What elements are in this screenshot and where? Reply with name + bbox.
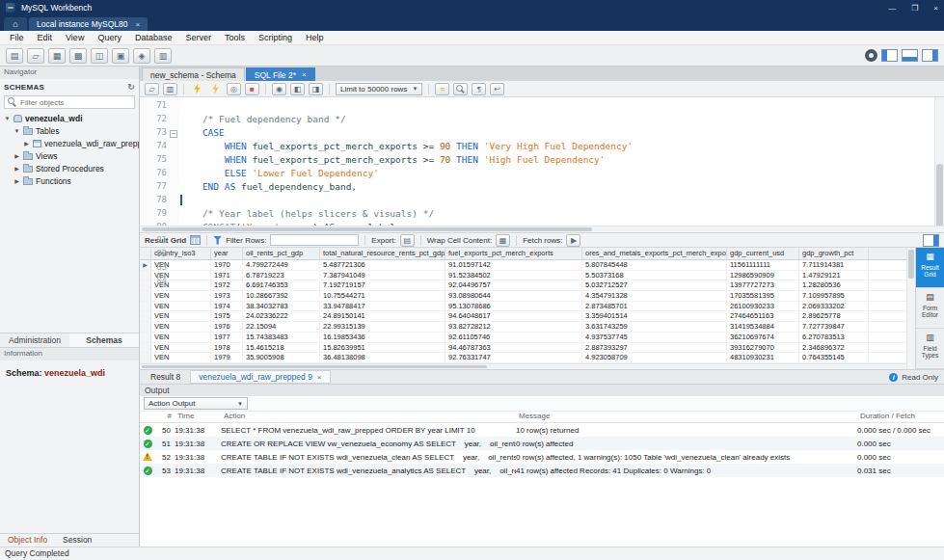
table-row[interactable]: VEN197715.7438348316.1985343692.61105746… bbox=[140, 333, 906, 343]
save-icon[interactable]: ▥ bbox=[163, 83, 177, 95]
output-mode-dropdown[interactable]: Action Output ▼ bbox=[144, 397, 248, 410]
close-button[interactable]: × bbox=[933, 4, 938, 13]
wrap-cell-content-icon[interactable]: ▦ bbox=[496, 234, 510, 247]
rollback-icon[interactable]: ◨ bbox=[309, 83, 323, 95]
connection-tab[interactable]: Local instance MySQL80 × bbox=[29, 17, 148, 31]
wrap-text-icon[interactable]: ↩ bbox=[490, 83, 504, 95]
code-line[interactable]: WHEN fuel_exports_pct_merch_exports >= 9… bbox=[180, 141, 934, 154]
grid-cell[interactable]: 16.19853436 bbox=[320, 333, 445, 342]
table-row[interactable]: ▶VEN19704.7992724495.48772130691.0159714… bbox=[140, 260, 906, 271]
grid-cell[interactable]: 33.94788417 bbox=[320, 302, 445, 311]
grid-cell[interactable]: 36210697674 bbox=[727, 333, 799, 342]
grid-cell[interactable]: 15.4615218 bbox=[243, 343, 320, 353]
grid-cell[interactable]: 5.807845448 bbox=[582, 260, 727, 270]
tree-item-functions[interactable]: ▶Functions bbox=[0, 174, 139, 187]
expand-arrow-icon[interactable]: ▼ bbox=[4, 116, 11, 121]
minimize-button[interactable]: — bbox=[888, 4, 896, 13]
invisible-chars-icon[interactable]: ¶ bbox=[472, 83, 486, 95]
menu-tools[interactable]: Tools bbox=[218, 33, 252, 42]
grid-cell[interactable]: 10.28667392 bbox=[243, 291, 320, 301]
grid-column-header[interactable]: gdp_current_usd bbox=[727, 248, 799, 259]
grid-cell[interactable]: 4.799272449 bbox=[243, 260, 320, 270]
grid-cell[interactable]: 22.99315139 bbox=[320, 322, 445, 332]
grid-cell[interactable]: 2.873485701 bbox=[582, 302, 727, 311]
menu-view[interactable]: View bbox=[59, 33, 91, 42]
tree-item-stored-procedures[interactable]: ▶Stored Procedures bbox=[0, 162, 139, 174]
grid-cell[interactable]: 1974 bbox=[211, 302, 243, 311]
open-sql-script-icon[interactable]: ▱ bbox=[27, 48, 44, 64]
grid-cell[interactable]: 48310930231 bbox=[727, 353, 799, 362]
explain-icon[interactable]: ◎ bbox=[227, 83, 241, 95]
side-tab-form-editor[interactable]: ▤Form Editor bbox=[916, 288, 944, 329]
open-file-icon[interactable]: ▱ bbox=[145, 83, 159, 95]
filter-objects-input[interactable] bbox=[20, 98, 131, 107]
output-row[interactable]: 5219:31:38CREATE TABLE IF NOT EXISTS wdi… bbox=[140, 450, 944, 464]
tree-item-venezuela-wdi[interactable]: ▼venezuela_wdi bbox=[0, 112, 139, 124]
grid-cell[interactable]: 7.387941049 bbox=[320, 271, 445, 280]
data-import-icon[interactable]: ◈ bbox=[133, 48, 150, 64]
menu-query[interactable]: Query bbox=[91, 33, 128, 42]
grid-cell[interactable]: 27464651163 bbox=[727, 311, 799, 321]
close-result-tab-icon[interactable]: × bbox=[317, 373, 322, 382]
grid-cell[interactable]: 3.631743259 bbox=[582, 322, 727, 332]
output-row[interactable]: ✓5019:31:38SELECT * FROM venezuela_wdi_r… bbox=[140, 423, 944, 437]
code-line[interactable]: END AS fuel_dependency_band, bbox=[180, 181, 934, 195]
menu-scripting[interactable]: Scripting bbox=[252, 33, 299, 42]
filter-rows-input[interactable] bbox=[270, 234, 359, 246]
grid-cell[interactable]: VEN bbox=[151, 291, 211, 301]
grid-column-header[interactable]: fuel_exports_pct_merch_exports bbox=[445, 248, 582, 259]
code-line[interactable] bbox=[180, 195, 934, 208]
grid-cell[interactable]: 24.02336222 bbox=[243, 311, 320, 321]
maximize-button[interactable]: ❐ bbox=[911, 4, 918, 13]
output-row[interactable]: ✓5319:31:38CREATE TABLE IF NOT EXISTS wd… bbox=[140, 464, 944, 477]
grid-cell[interactable]: 1978 bbox=[211, 343, 243, 353]
grid-cell[interactable]: 92.76331747 bbox=[445, 353, 582, 362]
create-procedure-icon[interactable]: ▣ bbox=[112, 48, 129, 64]
grid-cell[interactable]: 5.032712527 bbox=[582, 280, 727, 290]
side-tab-field-types[interactable]: ▥Field Types bbox=[916, 329, 944, 369]
tab-object-info[interactable]: Object Info bbox=[0, 534, 55, 547]
grid-cell[interactable]: 95.13078686 bbox=[445, 302, 582, 311]
code-lines[interactable]: /* Fuel dependency band */ CASE WHEN fue… bbox=[178, 97, 934, 226]
grid-cell[interactable]: 7.711914381 bbox=[799, 260, 869, 270]
find-icon[interactable] bbox=[453, 83, 468, 95]
code-line[interactable]: ELSE 'Lower Fuel Dependency' bbox=[180, 168, 934, 181]
menu-file[interactable]: File bbox=[3, 33, 31, 42]
export-icon[interactable]: ▤ bbox=[400, 234, 415, 247]
settings-gear-icon[interactable] bbox=[865, 49, 877, 62]
close-tab-icon[interactable]: × bbox=[302, 70, 307, 79]
grid-column-header[interactable]: ores_and_metals_exports_pct_merch_export… bbox=[582, 248, 727, 259]
grid-cell[interactable]: 2.89625778 bbox=[799, 311, 869, 321]
grid-cell[interactable]: 36.48138098 bbox=[320, 353, 445, 362]
grid-cell[interactable]: 4.923058709 bbox=[582, 353, 727, 362]
grid-cell[interactable]: 93.82728212 bbox=[445, 322, 582, 332]
expand-arrow-icon[interactable]: ▶ bbox=[13, 152, 20, 159]
grid-cell[interactable]: VEN bbox=[151, 343, 211, 353]
result-tab-result-8[interactable]: Result 8 bbox=[143, 371, 188, 383]
expand-arrow-icon[interactable]: ▶ bbox=[23, 140, 30, 147]
grid-cell[interactable]: 2.069333202 bbox=[799, 302, 869, 311]
stop-icon[interactable]: ■ bbox=[245, 83, 259, 95]
toggle-stop-on-error-icon[interactable]: ◉ bbox=[272, 83, 286, 95]
editor-tab-new-schema-schema[interactable]: new_schema - Schema bbox=[142, 67, 245, 81]
grid-cell[interactable]: 1.28280536 bbox=[799, 280, 869, 290]
grid-cell[interactable]: 7.727739847 bbox=[799, 322, 869, 332]
grid-cell[interactable]: 2.887393297 bbox=[582, 343, 727, 353]
editor-vertical-scrollbar[interactable] bbox=[934, 97, 944, 226]
toggle-bottom-panel-icon[interactable] bbox=[902, 49, 918, 62]
grid-cell[interactable]: 1971 bbox=[211, 271, 243, 280]
grid-cell[interactable]: 31419534884 bbox=[727, 322, 799, 332]
grid-cell[interactable]: 24.89150141 bbox=[320, 311, 445, 321]
refresh-schemas-icon[interactable]: ↻ bbox=[127, 82, 135, 92]
expand-arrow-icon[interactable]: ▶ bbox=[13, 165, 20, 172]
grid-column-header[interactable]: year bbox=[211, 248, 243, 259]
grid-cell[interactable]: 26100930233 bbox=[727, 302, 799, 311]
grid-cell[interactable]: 2.346896372 bbox=[799, 343, 869, 353]
result-tab-venezuela-wdi-raw-prepped-9[interactable]: venezuela_wdi_raw_prepped 9× bbox=[190, 370, 330, 384]
table-row[interactable]: VEN197622.1509422.9931513993.827282123.6… bbox=[140, 322, 906, 333]
code-line[interactable]: WHEN fuel_exports_pct_merch_exports >= 7… bbox=[180, 154, 934, 168]
grid-cell[interactable]: 1979 bbox=[211, 353, 243, 362]
server-status-icon[interactable]: ▥ bbox=[154, 48, 172, 64]
grid-cell[interactable]: 38.34032783 bbox=[243, 302, 320, 311]
code-line[interactable]: /* Fuel dependency band */ bbox=[180, 114, 934, 127]
